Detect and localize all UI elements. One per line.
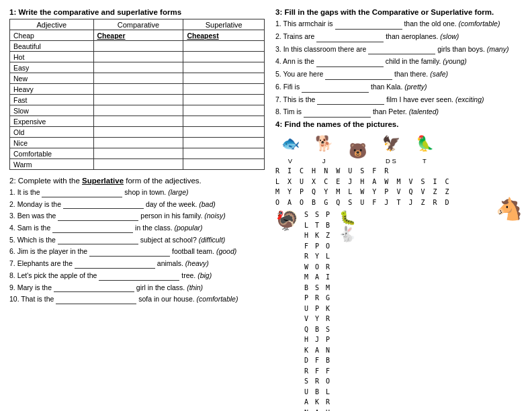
adjective-cell: Hot	[10, 52, 94, 62]
comparative-cell	[93, 62, 183, 73]
wordsearch-row: M Y P Q Y M L W Y P V Q V Z Z	[275, 187, 523, 197]
adjective-cell: Nice	[10, 138, 94, 148]
section2-exercises: 1. It is the shop in town. (large)2. Mon…	[9, 187, 265, 304]
superlative-cell	[183, 148, 265, 159]
side-animals: 🐛🐇	[338, 210, 356, 243]
table-row: Easy	[10, 62, 265, 73]
adjective-cell: Beautiful	[10, 41, 94, 52]
page: 1: Write the comparative and superlative…	[0, 0, 532, 411]
wordsearch-row: L X U X C E J H A W M V S I C	[275, 177, 523, 187]
animal-picture: 🐟V	[275, 131, 305, 165]
table-row: Hot	[10, 52, 265, 62]
superlative-cell	[183, 41, 265, 52]
section3-exercise-item: 1. This armchair is than the old one. (c…	[275, 19, 523, 30]
adjective-table: Adjective Comparative Superlative CheapC…	[9, 19, 265, 170]
comparative-cell	[93, 105, 183, 116]
animal-picture: 🦅D S	[376, 131, 406, 165]
section3-exercise-item: 6. Fifi is than Kala. (pretty)	[275, 82, 523, 93]
comparative-cell	[93, 148, 183, 159]
left-column: 1: Write the comparative and superlative…	[9, 8, 265, 403]
rabbit-icon: 🐇	[338, 226, 356, 243]
section2-title: 2: Complete with the Superlative form of…	[9, 177, 265, 185]
exercise-item: 4. Sam is the in the class. (popular)	[9, 223, 265, 233]
section3-title: 3: Fill in the gaps with the Comparative…	[275, 8, 523, 16]
exercise-item: 2. Monday is the day of the week. (bad)	[9, 199, 265, 210]
header-adjective: Adjective	[10, 19, 94, 30]
table-row: Comfortable	[10, 148, 265, 159]
comparative-cell	[93, 84, 183, 95]
superlative-cell	[183, 95, 265, 105]
wordsearch-row: R I C H N W U S F R	[275, 166, 523, 177]
animal-horse: 🐴	[496, 196, 523, 222]
section3-exercise-item: 3. In this classroom there are girls tha…	[275, 44, 523, 55]
superlative-cell: Cheapest	[183, 30, 265, 41]
animal-picture: 🦜T	[410, 131, 439, 165]
table-row: Nice	[10, 138, 265, 148]
right-column: 3: Fill in the gaps with the Comparative…	[275, 8, 523, 403]
header-comparative: Comparative	[93, 19, 183, 30]
section3-exercise-item: 8. Tim is than Peter. (talented)	[275, 107, 523, 118]
adjective-cell: Old	[10, 127, 94, 138]
superlative-cell	[183, 105, 265, 116]
wordsearch-row: W O R M A I B S M P R G U P K	[304, 262, 332, 314]
table-row: Warm	[10, 159, 265, 170]
comparative-cell	[93, 73, 183, 84]
superlative-cell	[183, 62, 265, 73]
comparative-cell	[93, 41, 183, 52]
adjective-cell: Fast	[10, 95, 94, 105]
animal-ostrich: 🦃	[275, 210, 299, 232]
section3-exercise-item: 2. Trains are than aeroplanes. (slow)	[275, 32, 523, 42]
adjective-cell: Heavy	[10, 84, 94, 95]
table-header-row: Adjective Comparative Superlative	[10, 19, 265, 30]
section1-title: 1: Write the comparative and superlative…	[9, 8, 265, 16]
adjective-cell: Warm	[10, 159, 94, 170]
table-row: Fast	[10, 95, 265, 105]
superlative-cell	[183, 84, 265, 95]
exercise-item: 1. It is the shop in town. (large)	[9, 187, 265, 197]
comparative-cell	[93, 127, 183, 138]
adjective-cell: Cheap	[10, 30, 94, 41]
adjective-cell: Expensive	[10, 116, 94, 127]
animals-row2: 🦃	[275, 210, 299, 232]
table-row: CheapCheaperCheapest	[10, 30, 265, 41]
section3-exercise-item: 4. Ann is the child in the family. (youn…	[275, 56, 523, 67]
table-row: Beautiful	[10, 41, 265, 52]
section3-exercise-item: 7. This is the film I have ever seen. (e…	[275, 95, 523, 105]
adjective-cell: New	[10, 73, 94, 84]
exercise-item: 10. That is the sofa in our house. (comf…	[9, 294, 265, 304]
table-row: New	[10, 73, 265, 84]
exercise-item: 3. Ben was the person in his family. (no…	[9, 211, 265, 221]
wordsearch-row: O A O B G Q S U F J T J Z R D	[275, 197, 523, 208]
wordsearch-row: R F F S R O U B L A K R N A H	[304, 366, 332, 412]
table-row: Slow	[10, 105, 265, 116]
wordsearch-grid-2: S S P L T B H K Z F P O R Y LW O R M A I…	[304, 210, 332, 411]
animals-row1: 🐟V🐕J🐻🦅D S🦜T	[275, 131, 523, 165]
exercise-item: 9. Mary is the girl in the class. (thin)	[9, 283, 265, 293]
animal-picture: 🐕J	[309, 131, 339, 165]
wordsearch-grid-1: R I C H N W U S F RL X U X C E J H A W M…	[275, 166, 523, 208]
animal-picture: 🐻	[343, 138, 372, 165]
section4-title: 4: Find the names of the pictures.	[275, 120, 523, 128]
exercise-item: 7. Elephants are the animals. (heavy)	[9, 259, 265, 269]
comparative-cell	[93, 159, 183, 170]
comparative-cell	[93, 52, 183, 62]
header-superlative: Superlative	[183, 19, 265, 30]
table-row: Old	[10, 127, 265, 138]
section3-exercise-item: 5. You are here than there. (safe)	[275, 69, 523, 80]
section3-exercises: 1. This armchair is than the old one. (c…	[275, 19, 523, 118]
adjective-cell: Easy	[10, 62, 94, 73]
superlative-cell	[183, 159, 265, 170]
wordsearch-row: S S P L T B H K Z F P O R Y L	[304, 210, 332, 262]
table-row: Expensive	[10, 116, 265, 127]
comparative-cell	[93, 95, 183, 105]
worm-icon: 🐛	[339, 210, 356, 226]
superlative-cell	[183, 73, 265, 84]
exercise-item: 8. Let's pick the apple of the tree. (bi…	[9, 271, 265, 281]
superlative-cell	[183, 127, 265, 138]
table-row: Heavy	[10, 84, 265, 95]
comparative-cell: Cheaper	[93, 30, 183, 41]
superlative-cell	[183, 138, 265, 148]
superlative-cell	[183, 52, 265, 62]
exercise-item: 6. Jim is the player in the football tea…	[9, 246, 265, 257]
exercise-item: 5. Which is the subject at school? (diff…	[9, 235, 265, 245]
